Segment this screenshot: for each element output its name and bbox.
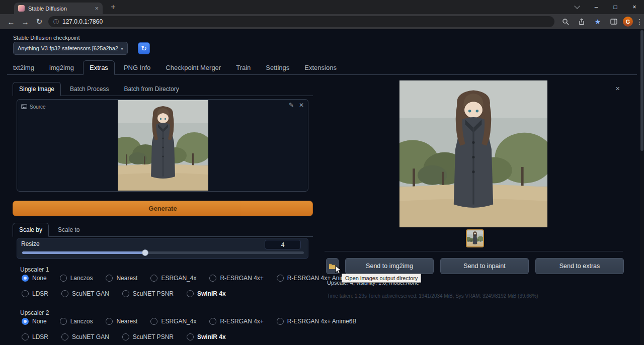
radio-icon <box>150 318 157 325</box>
radio-icon <box>187 290 194 297</box>
checkpoint-dropdown[interactable]: Anything-V3-fp32.safetensors [625a2ba2] … <box>13 42 128 55</box>
minimize-button[interactable]: – <box>587 0 606 14</box>
radio-icon <box>209 275 216 282</box>
tab-search-chevron-icon[interactable] <box>568 0 587 14</box>
tab-scale-to[interactable]: Scale to <box>52 223 86 236</box>
radio-icon <box>106 318 113 325</box>
share-icon[interactable] <box>575 16 589 28</box>
upscaler1-option-scunet-gan[interactable]: ScuNET GAN <box>61 290 109 297</box>
back-icon[interactable]: ← <box>4 16 18 28</box>
upscaler-2-label: Upscaler 2 <box>20 309 49 316</box>
tooltip: Open images output directory <box>342 274 421 283</box>
radio-icon <box>277 275 284 282</box>
upscaler2-option-resrgan4x[interactable]: R-ESRGAN 4x+ <box>209 318 263 325</box>
gallery-close-icon[interactable]: × <box>615 84 620 93</box>
slider-thumb[interactable] <box>142 249 148 256</box>
result-image[interactable] <box>399 80 547 227</box>
site-info-icon[interactable]: ⓘ <box>53 18 59 26</box>
upscaler2-option-scunet-gan[interactable]: ScuNET GAN <box>61 333 109 340</box>
source-label: Source <box>30 104 46 110</box>
tab-txt2img[interactable]: txt2img <box>7 61 40 74</box>
resize-label: Resize <box>21 240 40 247</box>
search-icon[interactable] <box>558 16 573 28</box>
tab-single-image[interactable]: Single Image <box>13 82 61 96</box>
upscaler2-option-lanczos[interactable]: Lanczos <box>60 318 93 325</box>
upscaler1-option-swinir4x[interactable]: SwinIR 4x <box>187 290 226 297</box>
upscaler1-option-scunet-psnr[interactable]: ScuNET PSNR <box>122 290 174 297</box>
radio-icon <box>61 290 68 297</box>
upscaler1-option-ldsr[interactable]: LDSR <box>22 290 48 297</box>
chevron-down-icon: ▾ <box>121 46 123 51</box>
upscaler-1-row-1: None Lanczos Nearest ESRGAN_4x R-ESRGAN … <box>22 275 357 282</box>
tab-batch-process[interactable]: Batch Process <box>64 82 115 96</box>
upscaler1-option-none[interactable]: None <box>22 275 47 282</box>
sidebar-icon[interactable] <box>607 16 621 28</box>
radio-icon <box>60 318 67 325</box>
maximize-button[interactable]: □ <box>606 0 625 14</box>
source-image[interactable] <box>118 100 208 191</box>
checkpoint-value: Anything-V3-fp32.safetensors [625a2ba2] <box>18 45 118 51</box>
tab-close-icon[interactable]: × <box>95 5 99 12</box>
scrollbar-thumb[interactable] <box>640 30 643 151</box>
tab-batch-from-directory[interactable]: Batch from Directory <box>118 82 185 96</box>
url-bar[interactable]: ⓘ 127.0.0.1:7860 <box>48 16 554 27</box>
radio-icon <box>22 333 29 340</box>
slider-fill <box>22 251 145 254</box>
scale-tab-bar: Scale by Scale to <box>13 223 313 237</box>
tab-settings[interactable]: Settings <box>260 61 295 74</box>
clear-image-icon[interactable]: ✕ <box>299 102 304 109</box>
refresh-checkpoint-button[interactable]: ↻ <box>138 42 150 54</box>
page-scrollbar[interactable] <box>640 29 644 345</box>
tab-png-info[interactable]: PNG Info <box>118 61 156 74</box>
send-to-img2img-button[interactable]: Send to img2img <box>345 258 434 274</box>
bookmark-star-icon[interactable]: ★ <box>591 16 605 28</box>
upscaler2-option-ldsr[interactable]: LDSR <box>22 333 48 340</box>
tab-scale-by[interactable]: Scale by <box>13 223 49 237</box>
radio-icon <box>277 318 284 325</box>
menu-dots-icon[interactable]: ⋮ <box>635 18 644 26</box>
upscaler2-option-esrgan4x[interactable]: ESRGAN_4x <box>150 318 196 325</box>
radio-icon <box>122 290 129 297</box>
divider <box>325 251 623 251</box>
profile-avatar[interactable]: G <box>623 17 633 27</box>
upscaler2-option-nearest[interactable]: Nearest <box>106 318 137 325</box>
extras-output-column: × Send to img2img Send to inpaint Send t… <box>325 78 623 345</box>
send-to-extras-button[interactable]: Send to extras <box>535 258 624 274</box>
tab-checkpoint-merger[interactable]: Checkpoint Merger <box>159 61 227 74</box>
upscaler1-option-nearest[interactable]: Nearest <box>106 275 137 282</box>
upscaler1-option-lanczos[interactable]: Lanczos <box>60 275 93 282</box>
upscaler1-option-esrgan4x[interactable]: ESRGAN_4x <box>150 275 196 282</box>
tab-title: Stable Diffusion <box>28 6 91 12</box>
forward-icon[interactable]: → <box>18 16 32 28</box>
favicon-icon <box>18 5 25 12</box>
upscaler2-option-swinir4x[interactable]: SwinIR 4x <box>187 333 226 340</box>
upscaler2-option-none[interactable]: None <box>22 318 47 325</box>
reload-icon[interactable]: ↻ <box>32 16 46 28</box>
tab-extensions[interactable]: Extensions <box>298 61 343 74</box>
upscaler-1-label: Upscaler 1 <box>20 266 49 273</box>
generate-button[interactable]: Generate <box>13 201 313 216</box>
edit-image-icon[interactable]: ✎ <box>289 102 294 109</box>
tab-extras[interactable]: Extras <box>83 60 115 75</box>
browser-navbar: ← → ↻ ⓘ 127.0.0.1:7860 ★ G ⋮ <box>0 14 644 29</box>
extras-left-column: Single Image Batch Process Batch from Di… <box>13 78 313 345</box>
upscaler1-option-resrgan4x[interactable]: R-ESRGAN 4x+ <box>209 275 263 282</box>
tab-img2img[interactable]: img2img <box>43 61 80 74</box>
tab-train[interactable]: Train <box>230 61 257 74</box>
resize-value-input[interactable]: 4 <box>265 240 301 249</box>
browser-tab[interactable]: Stable Diffusion × <box>14 3 103 14</box>
source-image-dropzone[interactable]: Source ✎ ✕ <box>17 99 308 192</box>
close-button[interactable]: × <box>625 0 644 14</box>
send-to-inpaint-button[interactable]: Send to inpaint <box>440 258 529 274</box>
resize-slider[interactable] <box>22 251 304 254</box>
image-icon <box>21 102 27 111</box>
upscaler2-option-scunet-psnr[interactable]: ScuNET PSNR <box>122 333 174 340</box>
new-tab-button[interactable]: + <box>108 2 119 13</box>
radio-icon <box>122 333 129 340</box>
extras-sub-tab-bar: Single Image Batch Process Batch from Di… <box>13 78 313 96</box>
gallery-thumbnail[interactable] <box>466 229 484 247</box>
upscaler-1-row-2: LDSR ScuNET GAN ScuNET PSNR SwinIR 4x <box>22 290 226 297</box>
radio-icon <box>150 275 157 282</box>
radio-icon <box>187 333 194 340</box>
url-text: 127.0.0.1:7860 <box>62 18 103 25</box>
